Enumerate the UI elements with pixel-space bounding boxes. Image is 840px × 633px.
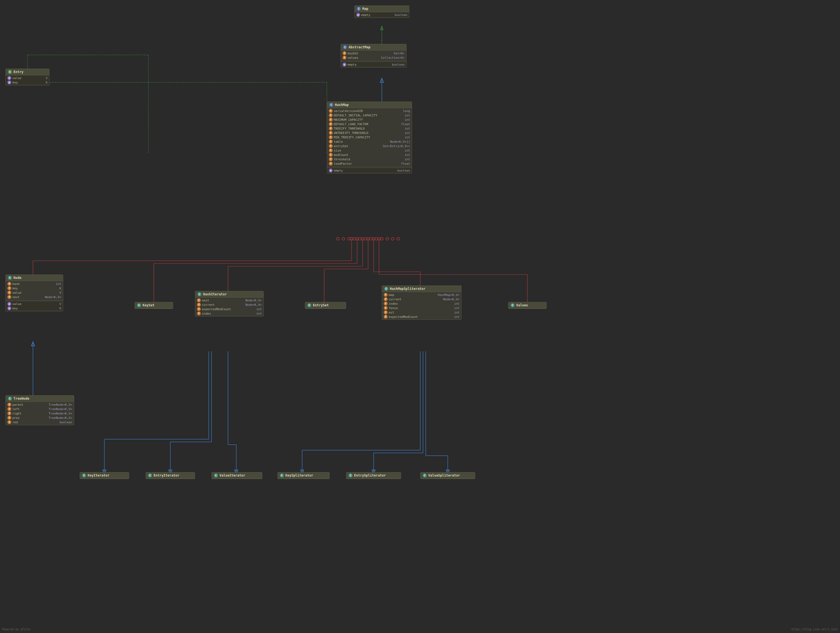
field-icon: f — [197, 312, 201, 315]
valuespliterator-icon: C — [423, 474, 426, 477]
hashiterator-node: C HashIterator f next Node<K,V> f curren… — [195, 291, 264, 316]
valuespliterator-title: ValueSpliterator — [428, 474, 460, 477]
entryiterator-icon: C — [148, 474, 152, 477]
node-value: f value V — [6, 290, 63, 295]
watermark-right: https://blog.csdn.net/t_n2zh — [791, 628, 838, 631]
entryset-icon: C — [307, 303, 311, 307]
empty-icon: p — [329, 168, 333, 172]
hashmap-node: C HashMap f serialVersionUID long f DEFA… — [327, 102, 412, 173]
svg-point-13 — [350, 238, 353, 240]
empty-icon: p — [356, 13, 360, 17]
values-icon: C — [511, 303, 515, 307]
field-icon: f — [384, 306, 388, 310]
values-header: C Values — [508, 302, 546, 309]
value-icon: p — [8, 76, 11, 80]
hi-index: f index int — [195, 311, 264, 316]
svg-marker-1 — [381, 26, 383, 30]
hashmap-divider — [327, 167, 412, 167]
keyiterator-icon: C — [82, 474, 86, 477]
abstractmap-field-keyset: f keySet Set<K> — [341, 51, 406, 55]
treenode-icon: C — [8, 397, 12, 400]
hashiterator-fields: f next Node<K,V> f current Node<K,V> f e… — [195, 298, 264, 316]
field-icon: f — [384, 297, 388, 301]
tn-left: f left TreeNode<K,V> — [6, 407, 74, 411]
valuespliterator-node: C ValueSpliterator — [420, 472, 475, 479]
entry-icon: I — [8, 70, 12, 74]
hashmap-fields: f serialVersionUID long f DEFAULT_INITIA… — [327, 108, 412, 166]
hashmapspliterator-node: C HashMapSpliterator f map HashMap<K,V> … — [382, 285, 461, 320]
value-icon: p — [8, 302, 11, 306]
hashmap-icon: C — [329, 103, 333, 107]
map-title: Map — [362, 7, 368, 11]
svg-point-36 — [347, 238, 350, 240]
node-methods: p value V p key K — [6, 301, 63, 311]
treenode-fields: f parent TreeNode<K,V> f left TreeNode<K… — [6, 402, 74, 425]
entryspliterator-title: EntrySpliterator — [354, 474, 386, 477]
node-method-value: p value V — [6, 302, 63, 306]
node-fields: f hash int f key K f value V f next Node… — [6, 281, 63, 300]
svg-point-45 — [397, 238, 399, 240]
hm-default-initial: f DEFAULT_INITIAL_CAPACITY int — [327, 113, 412, 118]
keyset-header: C KeySet — [135, 302, 173, 309]
hm-modcount: f modCount int — [327, 153, 412, 157]
hm-min-treeify: f MIN_TREEIFY_CAPACITY int — [327, 135, 412, 139]
svg-marker-47 — [31, 342, 35, 346]
field-icon: f — [8, 295, 11, 299]
valueiterator-icon: C — [214, 474, 218, 477]
svg-point-44 — [392, 238, 394, 240]
svg-marker-3 — [380, 78, 384, 82]
treenode-header: C TreeNode — [6, 395, 74, 402]
field-icon: f — [384, 293, 388, 297]
hms-est: f est int — [382, 310, 461, 315]
hi-current: f current Node<K,V> — [195, 302, 264, 307]
entryiterator-node: C EntryIterator — [145, 472, 195, 479]
field-icon: f — [329, 144, 333, 148]
hms-expectedmodcount: f expectedModCount int — [382, 315, 461, 319]
map-methods: p empty boolean — [355, 12, 409, 17]
entryset-header: C EntrySet — [305, 302, 346, 309]
field-icon: f — [329, 153, 333, 157]
valueiterator-title: ValueIterator — [219, 474, 245, 477]
svg-point-29 — [372, 238, 375, 240]
values-title: Values — [516, 303, 528, 307]
treenode-node: C TreeNode f parent TreeNode<K,V> f left… — [5, 395, 74, 425]
field-icon: f — [329, 162, 333, 165]
hi-expectedmodcount: f expectedModCount int — [195, 307, 264, 311]
abstractmap-icon: C — [343, 45, 347, 49]
hm-loadfactor: f loadFactor float — [327, 161, 412, 166]
svg-point-21 — [361, 238, 364, 240]
key-icon: p — [8, 80, 11, 84]
values-node: C Values — [508, 302, 546, 309]
hashmap-header: C HashMap — [327, 102, 412, 108]
keyspliterator-header: C KeySpliterator — [278, 472, 329, 479]
tn-red: f red boolean — [6, 420, 74, 424]
hm-serialVersionUID: f serialVersionUID long — [327, 109, 412, 113]
valueiterator-node: C ValueIterator — [212, 472, 262, 479]
field-icon: f — [329, 148, 333, 152]
abstractmap-header: C AbstractMap — [341, 44, 406, 50]
entry-node: I Entry p value V p key K — [5, 69, 49, 85]
field-icon: f — [8, 282, 11, 286]
empty-type: boolean — [395, 13, 407, 17]
hms-map: f map HashMap<K,V> — [382, 293, 461, 297]
entryiterator-title: EntryIterator — [153, 474, 179, 477]
keyset-icon: C — [137, 303, 141, 307]
svg-point-42 — [381, 238, 383, 240]
hashmapspliterator-title: HashMapSpliterator — [390, 287, 425, 291]
empty-name: empty — [361, 13, 370, 17]
hm-threshold: f threshold int — [327, 157, 412, 161]
keyiterator-title: KeyIterator — [88, 474, 109, 477]
node-next: f next Node<K,V> — [6, 295, 63, 299]
field-icon: f — [329, 122, 333, 126]
hashiterator-header: C HashIterator — [195, 291, 264, 298]
svg-point-35 — [342, 238, 345, 240]
tn-right: f right TreeNode<K,V> — [6, 411, 74, 416]
svg-point-38 — [358, 238, 361, 240]
abstractmap-methods: p empty boolean — [341, 62, 406, 67]
field-icon: f — [329, 109, 333, 113]
map-node: I Map p empty boolean — [354, 5, 409, 18]
field-icon: f — [8, 416, 11, 420]
svg-point-34 — [336, 238, 339, 240]
field-icon: f — [343, 51, 346, 55]
hm-entryset: f entrySet Set<Entry<K,V>> — [327, 144, 412, 148]
